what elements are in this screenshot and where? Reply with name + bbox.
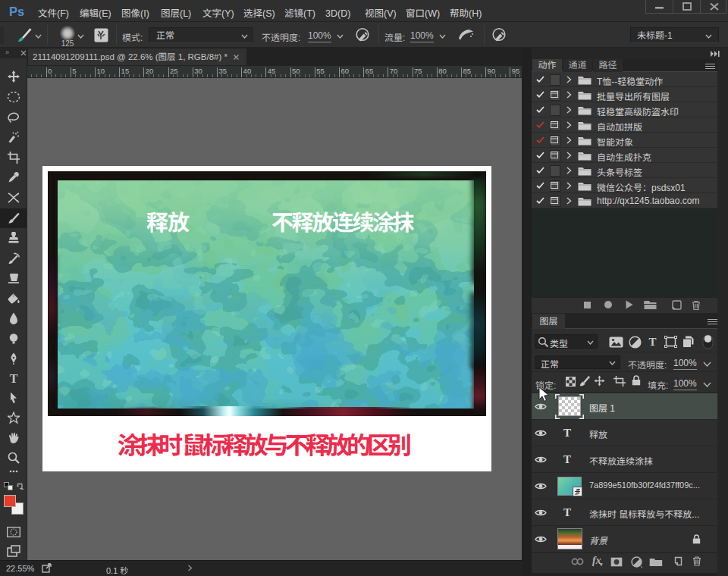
svg-text:T: T — [9, 373, 17, 384]
